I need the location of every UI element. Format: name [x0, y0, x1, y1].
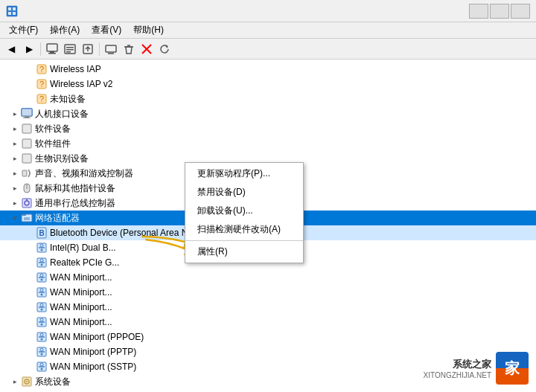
item-label-12: 通用串行总线控制器 [35, 197, 115, 210]
item-label-5: 未知设备 [50, 93, 86, 106]
expander-7[interactable]: ▸ [9, 123, 21, 135]
tree-item-20[interactable]: WAN Miniport... [0, 315, 536, 330]
expander-8[interactable]: ▸ [9, 138, 21, 150]
expander-21 [24, 331, 36, 343]
svg-text:B: B [39, 229, 44, 237]
update-driver-button[interactable] [80, 41, 96, 57]
item-label-9: 生物识别设备 [35, 152, 89, 165]
ctx-item-1[interactable]: 禁用设备(D) [185, 183, 303, 202]
ctx-item-5[interactable]: 属性(R) [185, 242, 303, 261]
expander-24[interactable]: ▸ [9, 376, 21, 388]
svg-point-68 [41, 294, 43, 296]
ctx-item-0[interactable]: 更新驱动程序(P)... [185, 164, 303, 183]
item-label-4: Wireless IAP v2 [50, 79, 112, 89]
svg-point-72 [41, 309, 43, 311]
item-icon-5: ? [36, 93, 48, 105]
app-icon [6, 5, 18, 17]
menu-file[interactable]: 文件(F) [3, 22, 44, 38]
svg-point-76 [41, 324, 43, 326]
menu-action[interactable]: 操作(A) [44, 22, 86, 38]
item-label-19: WAN Miniport... [50, 302, 112, 312]
menu-help[interactable]: 帮助(H) [127, 22, 170, 38]
item-icon-12 [21, 197, 33, 209]
svg-point-56 [41, 249, 43, 251]
item-label-22: WAN Miniport (PPTP) [50, 347, 136, 357]
expander-6[interactable]: ▸ [9, 108, 21, 120]
tree-item-3[interactable]: ?Wireless IAP [0, 62, 536, 77]
expander-16 [24, 257, 36, 269]
item-icon-20 [36, 316, 48, 328]
expander-14 [24, 227, 36, 239]
item-icon-18 [36, 286, 48, 298]
minimize-button[interactable] [469, 4, 488, 19]
item-icon-9 [21, 152, 33, 164]
tree-item-5[interactable]: ?未知设备 [0, 91, 536, 106]
expander-11[interactable]: ▸ [9, 182, 21, 194]
tree-item-7[interactable]: ▸软件设备 [0, 121, 536, 136]
svg-text:?: ? [39, 80, 44, 89]
ctx-separator-4 [185, 240, 303, 241]
item-icon-22 [36, 346, 48, 358]
expander-19 [24, 301, 36, 313]
item-icon-23 [36, 361, 48, 373]
expander-23 [24, 361, 36, 373]
expander-2 [24, 60, 36, 60]
svg-rect-14 [106, 45, 116, 52]
item-label-16: Realtek PCIe G... [50, 257, 119, 268]
item-label-21: WAN Miniport (PPPOE) [50, 332, 144, 342]
svg-text:?: ? [39, 65, 44, 74]
tree-item-18[interactable]: WAN Miniport... [0, 285, 536, 300]
svg-rect-40 [22, 154, 31, 163]
item-icon-4: ? [36, 78, 48, 90]
close-button[interactable] [511, 4, 530, 19]
item-icon-24 [21, 376, 33, 388]
tree-item-19[interactable]: WAN Miniport... [0, 300, 536, 315]
svg-rect-4 [13, 12, 16, 15]
tree-item-8[interactable]: ▸软件组件 [0, 136, 536, 151]
expander-18 [24, 286, 36, 298]
delete-button[interactable] [121, 41, 137, 57]
item-label-3: Wireless IAP [50, 64, 101, 74]
svg-point-80 [41, 338, 43, 341]
item-label-7: 软件设备 [35, 123, 71, 135]
tree-item-21[interactable]: WAN Miniport (PPPOE) [0, 330, 536, 344]
expander-20 [24, 316, 36, 328]
expander-15 [24, 242, 36, 254]
back-button[interactable]: ◀ [3, 41, 19, 57]
svg-rect-48 [22, 214, 26, 216]
item-icon-14: B [36, 227, 48, 239]
svg-rect-3 [8, 12, 11, 15]
title-bar [0, 0, 536, 22]
ctx-item-3[interactable]: 扫描检测硬件改动(A) [185, 220, 303, 239]
expander-13[interactable]: ▾ [9, 212, 21, 224]
restore-button[interactable] [490, 4, 509, 19]
tree-item-17[interactable]: WAN Miniport... [0, 270, 536, 285]
properties-button[interactable] [62, 41, 78, 57]
menu-view[interactable]: 查看(V) [86, 22, 127, 38]
cancel-button[interactable] [138, 41, 155, 57]
toolbar: ◀ ▶ [0, 39, 536, 60]
svg-rect-5 [47, 44, 57, 51]
expander-5 [24, 93, 36, 105]
item-label-24: 系统设备 [35, 376, 71, 388]
tree-item-6[interactable]: ▸ 人机接口设备 [0, 106, 536, 121]
item-label-8: 软件组件 [35, 138, 71, 150]
item-icon-21 [36, 331, 48, 343]
item-label-18: WAN Miniport... [50, 287, 112, 298]
forward-button[interactable]: ▶ [21, 41, 37, 57]
expander-10[interactable]: ▸ [9, 167, 21, 179]
item-icon-3: ? [36, 63, 48, 75]
expander-12[interactable]: ▸ [9, 197, 21, 209]
tree-item-4[interactable]: ?Wireless IAP v2 [0, 77, 536, 91]
svg-text:?: ? [39, 94, 44, 103]
display-button[interactable] [103, 41, 119, 57]
expander-9[interactable]: ▸ [9, 152, 21, 164]
ctx-item-2[interactable]: 卸载设备(U)... [185, 202, 303, 220]
toolbar-separator-2 [99, 42, 100, 56]
item-icon-6 [21, 108, 33, 120]
refresh-button[interactable] [156, 41, 173, 57]
item-label-23: WAN Miniport (SSTP) [50, 362, 136, 372]
item-label-10: 声音、视频和游戏控制器 [35, 167, 133, 180]
computer-button[interactable] [44, 41, 60, 57]
toolbar-separator-1 [40, 42, 41, 56]
